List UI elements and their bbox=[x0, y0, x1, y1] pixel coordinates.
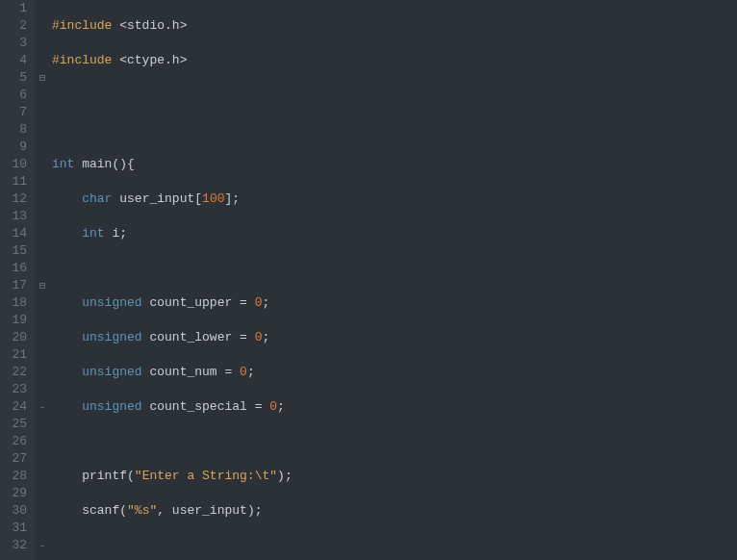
code-line[interactable]: unsigned count_num = 0; bbox=[52, 364, 737, 381]
number-literal: 100 bbox=[202, 191, 224, 206]
identifier: count_lower = bbox=[142, 330, 255, 344]
line-number: 1 bbox=[6, 0, 27, 17]
type-keyword: int bbox=[82, 226, 104, 241]
line-number: 11 bbox=[6, 173, 27, 191]
punctuation: ; bbox=[277, 399, 285, 414]
line-number: 22 bbox=[6, 364, 27, 381]
type-keyword: unsigned bbox=[82, 399, 141, 414]
identifier: , user_input); bbox=[157, 503, 262, 518]
line-number: 26 bbox=[6, 433, 27, 450]
line-number: 32 bbox=[6, 537, 27, 554]
line-number: 25 bbox=[6, 416, 27, 433]
line-number: 27 bbox=[6, 450, 27, 468]
line-number: 16 bbox=[6, 260, 27, 277]
type-keyword: unsigned bbox=[82, 295, 141, 310]
line-number: 9 bbox=[6, 139, 27, 156]
line-number: 13 bbox=[6, 208, 27, 225]
code-line[interactable]: int main(){ bbox=[52, 156, 737, 173]
type-keyword: char bbox=[82, 191, 112, 206]
type-keyword: unsigned bbox=[82, 330, 141, 344]
code-line[interactable]: unsigned count_lower = 0; bbox=[52, 329, 737, 346]
preprocessor-token: #include bbox=[52, 53, 119, 67]
include-path: <ctype.h> bbox=[119, 53, 187, 67]
line-number: 4 bbox=[6, 52, 27, 69]
line-number: 23 bbox=[6, 381, 27, 398]
line-number: 21 bbox=[6, 346, 27, 364]
punctuation: ; bbox=[247, 365, 255, 379]
type-keyword: int bbox=[52, 157, 74, 171]
identifier: count_num = bbox=[142, 365, 240, 379]
fold-toggle-icon[interactable]: ⊟ bbox=[39, 280, 46, 292]
fold-end-icon: - bbox=[39, 540, 46, 551]
line-number: 20 bbox=[6, 329, 27, 346]
identifier: count_special = bbox=[142, 399, 270, 414]
code-line[interactable]: scanf("%s", user_input); bbox=[52, 502, 737, 520]
code-line[interactable]: #include <stdio.h> bbox=[52, 17, 737, 35]
punctuation: (){ bbox=[112, 157, 134, 171]
function-call: printf bbox=[82, 469, 127, 483]
punctuation: ( bbox=[127, 469, 135, 483]
identifier: user_input bbox=[112, 191, 194, 206]
include-path: <stdio.h> bbox=[119, 18, 187, 33]
string-literal: "%s" bbox=[127, 503, 157, 518]
code-line[interactable]: #include <ctype.h> bbox=[52, 52, 737, 69]
code-line[interactable]: unsigned count_special = 0; bbox=[52, 398, 737, 416]
fold-end-icon: - bbox=[39, 401, 46, 413]
number-literal: 0 bbox=[269, 399, 277, 414]
line-number: 10 bbox=[6, 156, 27, 173]
line-number: 17 bbox=[6, 277, 27, 294]
code-line[interactable] bbox=[52, 433, 737, 450]
punctuation: ]; bbox=[224, 191, 240, 206]
code-editor-area[interactable]: #include <stdio.h> #include <ctype.h> in… bbox=[50, 0, 737, 560]
line-number: 18 bbox=[6, 294, 27, 312]
line-number: 14 bbox=[6, 225, 27, 242]
line-number: 15 bbox=[6, 242, 27, 260]
line-number: 12 bbox=[6, 191, 27, 208]
line-number: 5 bbox=[6, 69, 27, 87]
function-name: main bbox=[74, 157, 112, 171]
code-line[interactable]: printf("Enter a String:\t"); bbox=[52, 468, 737, 485]
fold-column: ⊟ ⊟ - - bbox=[35, 0, 50, 560]
line-number: 8 bbox=[6, 121, 27, 139]
number-literal: 0 bbox=[240, 365, 247, 379]
punctuation: ( bbox=[119, 503, 127, 518]
line-number: 2 bbox=[6, 17, 27, 35]
punctuation: ); bbox=[277, 469, 292, 483]
line-number: 7 bbox=[6, 104, 27, 121]
identifier: count_upper = bbox=[142, 295, 255, 310]
punctuation: [ bbox=[194, 191, 202, 206]
preprocessor-token: #include bbox=[52, 18, 119, 33]
punctuation: ; bbox=[262, 295, 269, 310]
line-number: 31 bbox=[6, 520, 27, 537]
fold-toggle-icon[interactable]: ⊟ bbox=[39, 72, 46, 84]
code-line[interactable] bbox=[52, 537, 737, 554]
identifier: i; bbox=[105, 226, 127, 241]
type-keyword: unsigned bbox=[82, 365, 141, 379]
line-number: 19 bbox=[6, 312, 27, 329]
function-call: scanf bbox=[82, 503, 119, 518]
code-line[interactable] bbox=[52, 87, 737, 104]
line-number: 29 bbox=[6, 485, 27, 502]
code-line[interactable]: char user_input[100]; bbox=[52, 191, 737, 208]
code-line[interactable]: int i; bbox=[52, 225, 737, 242]
line-number: 6 bbox=[6, 87, 27, 104]
line-number: 28 bbox=[6, 468, 27, 485]
code-line[interactable] bbox=[52, 121, 737, 139]
line-number: 24 bbox=[6, 398, 27, 416]
code-line[interactable]: unsigned count_upper = 0; bbox=[52, 294, 737, 312]
line-number: 3 bbox=[6, 35, 27, 52]
code-line[interactable] bbox=[52, 260, 737, 277]
line-number: 30 bbox=[6, 502, 27, 520]
punctuation: ; bbox=[262, 330, 269, 344]
string-literal: "Enter a String:\t" bbox=[135, 469, 277, 483]
line-number-gutter: 1234567891011121314151617181920212223242… bbox=[0, 0, 35, 560]
